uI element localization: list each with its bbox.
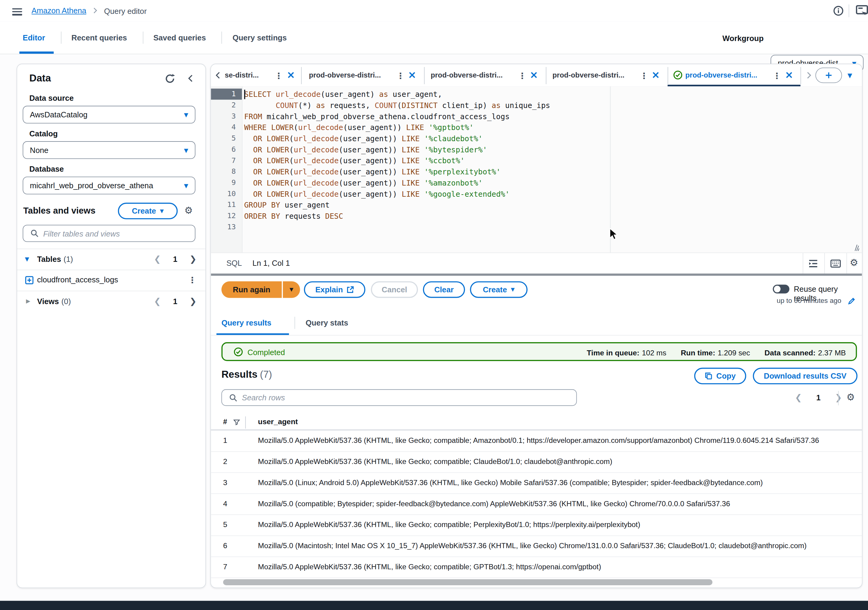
tab-kebab-icon[interactable]: ⋮ xyxy=(274,71,283,81)
clear-button[interactable]: Clear xyxy=(423,281,465,298)
info-icon[interactable] xyxy=(833,5,843,16)
column-user-agent[interactable]: user_agent xyxy=(258,418,298,426)
close-icon[interactable] xyxy=(786,71,793,79)
metric-value: 102 ms xyxy=(642,349,666,357)
data-source-label: Data source xyxy=(29,93,74,102)
tree-collapsed-icon[interactable]: ▶ xyxy=(26,298,30,304)
page-prev-icon[interactable]: ❮ xyxy=(795,393,802,402)
table-row[interactable]: 5Mozilla/5.0 AppleWebKit/537.36 (KHTML, … xyxy=(211,514,862,536)
run-options-button[interactable]: ▼ xyxy=(283,281,300,298)
tabs-scroll-left-icon[interactable] xyxy=(214,71,222,79)
reuse-results-toggle[interactable] xyxy=(773,284,789,293)
download-csv-button[interactable]: Download results CSV xyxy=(753,368,857,384)
keyboard-shortcuts-icon[interactable] xyxy=(830,259,841,268)
new-tab-button[interactable] xyxy=(815,68,842,83)
editor-tab[interactable]: prod-obverse-distri... ⋮ xyxy=(301,64,424,86)
table-row[interactable]: 7Mozilla/5.0 AppleWebKit/537.36 (KHTML, … xyxy=(211,557,862,578)
results-count: (7) xyxy=(260,369,272,380)
editor-tab[interactable]: prod-obverse-distri... ⋮ xyxy=(546,64,668,86)
breadcrumb-chevron-icon xyxy=(92,7,99,14)
tab-query-results[interactable]: Query results xyxy=(222,318,271,327)
column-num[interactable]: # xyxy=(223,418,227,426)
table-row[interactable]: 6Mozilla/5.0 (Macintosh; Intel Mac OS X … xyxy=(211,535,862,557)
tables-section-label: Tables xyxy=(37,255,61,263)
feedback-window-icon[interactable] xyxy=(856,5,868,17)
tab-kebab-icon[interactable]: ⋮ xyxy=(396,71,405,81)
edit-pencil-icon[interactable] xyxy=(848,297,856,305)
close-icon[interactable] xyxy=(287,71,294,79)
search-rows-input[interactable] xyxy=(222,389,577,406)
filter-tables-input[interactable] xyxy=(23,225,195,242)
results-tab-bar: Query results Query stats xyxy=(211,311,862,336)
query-editor-panel: se-distri... ⋮ prod-obverse-distri... ⋮ … xyxy=(210,64,862,588)
tree-expanded-icon[interactable]: ▼ xyxy=(25,256,29,262)
table-item-row[interactable]: cloudfront_access_logs ⋮ xyxy=(17,270,205,291)
filter-funnel-icon[interactable] xyxy=(233,419,240,426)
collapse-panel-icon[interactable] xyxy=(187,74,195,83)
row-number: 5 xyxy=(223,514,228,535)
data-panel: Data Data source AwsDataCatalog▼ Catalog… xyxy=(17,64,206,588)
breadcrumb-amazon-athena[interactable]: Amazon Athena xyxy=(32,6,86,15)
tab-list-dropdown-icon[interactable]: ▼ xyxy=(848,72,852,79)
horizontal-scrollbar[interactable] xyxy=(223,579,713,585)
row-user-agent: Mozilla/5.0 (Macintosh; Intel Mac OS X 1… xyxy=(258,535,806,557)
tab-kebab-icon[interactable]: ⋮ xyxy=(640,71,648,81)
create-button[interactable]: Create▼ xyxy=(470,281,527,298)
tables-section-header[interactable]: ▼ Tables (1) ❮ 1 ❯ xyxy=(17,248,205,270)
results-settings-gear-icon[interactable]: ⚙ xyxy=(846,393,855,402)
plus-icon xyxy=(825,71,833,79)
tab-query-stats[interactable]: Query stats xyxy=(305,318,348,327)
tab-recent-queries[interactable]: Recent queries xyxy=(71,22,127,54)
views-section-header[interactable]: ▶ Views (0) ❮ 1 ❯ xyxy=(17,291,205,312)
tab-query-settings[interactable]: Query settings xyxy=(232,22,287,54)
editor-settings-gear-icon[interactable]: ⚙ xyxy=(849,258,858,267)
editor-tab[interactable]: prod-obverse-distri... ⋮ xyxy=(424,64,546,86)
tab-kebab-icon[interactable]: ⋮ xyxy=(518,71,527,81)
database-select[interactable]: micahrl_web_prod_obverse_athena▼ xyxy=(23,177,195,195)
page-next-icon[interactable]: ❯ xyxy=(190,254,197,264)
editor-tab-active[interactable]: prod-obverse-distri... ⋮ xyxy=(668,64,801,86)
refresh-icon[interactable] xyxy=(164,73,175,84)
table-row[interactable]: 1Mozilla/5.0 AppleWebKit/537.36 (KHTML, … xyxy=(211,430,862,452)
hamburger-menu-icon[interactable] xyxy=(12,7,22,17)
tab-editor[interactable]: Editor xyxy=(23,22,45,54)
close-icon[interactable] xyxy=(409,71,416,79)
tab-separator xyxy=(294,317,295,329)
row-user-agent: Mozilla/5.0 AppleWebKit/537.36 (KHTML, l… xyxy=(258,430,819,451)
print-margin-line xyxy=(610,86,611,253)
tab-saved-queries[interactable]: Saved queries xyxy=(153,22,206,54)
action-bar: Run again ▼ Explain Cancel Clear Create▼… xyxy=(211,276,862,311)
table-row[interactable]: 2Mozilla/5.0 AppleWebKit/537.36 (KHTML, … xyxy=(211,451,862,473)
tabs-scroll-right-icon[interactable] xyxy=(805,71,813,79)
page-prev-icon[interactable]: ❮ xyxy=(154,296,161,306)
tab-kebab-icon[interactable]: ⋮ xyxy=(773,71,781,81)
explain-button[interactable]: Explain xyxy=(304,281,366,298)
table-row[interactable]: 4Mozilla/5.0 (compatible; Bytespider; sp… xyxy=(211,493,862,515)
close-icon[interactable] xyxy=(652,71,659,79)
catalog-select[interactable]: None▼ xyxy=(23,141,195,159)
run-again-button[interactable]: Run again xyxy=(222,281,282,298)
athena-console: Amazon Athena Query editor Editor Recent… xyxy=(0,0,868,610)
results-pagination: ❮ 1 ❯ xyxy=(795,393,842,402)
table-item-kebab-icon[interactable]: ⋮ xyxy=(188,275,197,285)
format-code-icon[interactable] xyxy=(808,259,818,269)
tables-settings-gear-icon[interactable]: ⚙ xyxy=(184,206,193,216)
data-source-select[interactable]: AwsDataCatalog▼ xyxy=(23,106,195,124)
nav-separator xyxy=(143,32,144,44)
page-prev-icon[interactable]: ❮ xyxy=(154,254,161,264)
sql-code-editor[interactable]: 12345678910111213 SELECT url_decode(user… xyxy=(211,86,862,253)
mouse-cursor xyxy=(609,228,618,240)
breadcrumb-page: Query editor xyxy=(104,7,147,16)
close-icon[interactable] xyxy=(530,71,538,79)
tables-page: 1 xyxy=(173,255,177,263)
statusbar-divider xyxy=(803,253,803,274)
pane-splitter[interactable] xyxy=(211,274,862,276)
page-next-icon[interactable]: ❯ xyxy=(190,296,197,306)
copy-button[interactable]: Copy xyxy=(694,368,746,384)
editor-tab[interactable]: se-distri... ⋮ xyxy=(225,64,301,86)
create-table-button[interactable]: Create▼ xyxy=(118,203,178,219)
resize-handle-icon[interactable] xyxy=(852,244,859,251)
copy-icon xyxy=(705,372,713,380)
table-row[interactable]: 3Mozilla/5.0 (Linux; Android 5.0) AppleW… xyxy=(211,472,862,494)
row-number: 6 xyxy=(223,535,228,557)
